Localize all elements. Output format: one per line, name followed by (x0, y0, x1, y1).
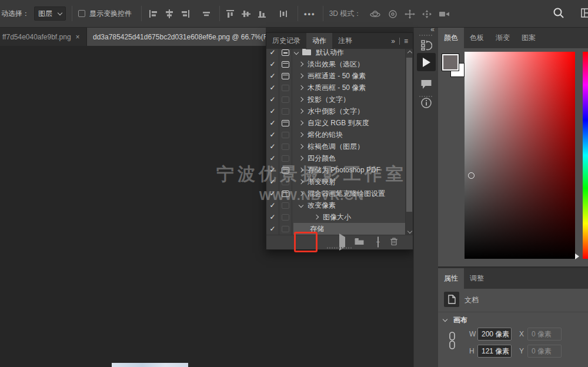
align-middle-icon[interactable] (242, 9, 251, 18)
expand-chevron-icon[interactable] (299, 156, 303, 161)
expand-chevron-icon[interactable] (299, 109, 303, 114)
align-left-icon[interactable] (149, 9, 158, 18)
tab-gradients[interactable]: 渐变 (490, 28, 516, 48)
expand-chevron-icon[interactable] (299, 62, 303, 66)
action-dialog-toggle[interactable] (279, 82, 292, 94)
action-enabled-toggle[interactable]: ✓ (266, 82, 279, 94)
3d-pan-icon[interactable] (405, 9, 415, 18)
action-dialog-toggle[interactable] (279, 105, 292, 117)
play-icon[interactable] (339, 237, 345, 248)
expand-chevron-icon[interactable] (299, 179, 303, 184)
align-bottom-icon[interactable] (258, 9, 267, 18)
tab-actions[interactable]: 动作 (306, 33, 332, 49)
tab-swatches[interactable]: 色板 (464, 28, 490, 48)
expand-chevron-icon[interactable] (299, 168, 303, 172)
3d-roll-icon[interactable] (387, 9, 398, 18)
action-enabled-toggle[interactable]: ✓ (266, 94, 279, 105)
hue-slider-arrow-icon[interactable] (575, 253, 579, 259)
actions-scrollbar[interactable] (405, 49, 413, 236)
info-panel-icon[interactable] (420, 97, 432, 111)
action-enabled-toggle[interactable]: ✓ (266, 211, 279, 223)
align-right-icon[interactable] (181, 9, 190, 18)
width-input[interactable]: 200 像素 (477, 328, 512, 341)
link-dimensions-icon[interactable] (448, 331, 456, 352)
scrollbar-thumb[interactable] (406, 58, 412, 212)
document-tab[interactable]: ff7d54e040afe9bf.png × (0, 28, 87, 46)
action-row[interactable]: ✓画框通道 - 50 像素 (266, 70, 406, 82)
3d-slide-icon[interactable] (422, 9, 432, 18)
align-top-icon[interactable] (226, 9, 235, 18)
action-dialog-toggle[interactable] (279, 199, 292, 211)
expand-chevron-icon[interactable] (314, 215, 319, 219)
hue-slider-bar[interactable] (583, 52, 588, 259)
collapse-chevron-icon[interactable] (294, 50, 299, 55)
action-row[interactable]: ✓四分颜色 (266, 152, 406, 164)
action-row[interactable]: ✓改变像素 (266, 199, 406, 211)
y-input[interactable]: 0 像素 (527, 345, 562, 358)
action-row[interactable]: ✓棕褐色调（图层） (266, 141, 406, 152)
action-enabled-toggle[interactable]: ✓ (266, 49, 279, 58)
action-enabled-toggle[interactable]: ✓ (266, 129, 279, 141)
3d-orbit-icon[interactable] (369, 9, 381, 18)
expand-chevron-icon[interactable] (299, 97, 303, 102)
collapse-panels-icon[interactable]: « (430, 25, 435, 34)
color-picker-ring[interactable] (468, 172, 475, 179)
color-saturation-brightness-field[interactable] (465, 52, 575, 259)
actions-panel-icon[interactable] (417, 53, 436, 71)
show-transform-checkbox[interactable] (78, 10, 85, 17)
action-row[interactable]: ✓渐变映射 (266, 176, 406, 188)
action-dialog-toggle[interactable] (279, 188, 292, 199)
more-options-icon[interactable]: ••• (304, 9, 316, 18)
action-dialog-toggle[interactable] (279, 152, 292, 164)
notes-panel-icon[interactable] (420, 79, 432, 92)
distribute-icon[interactable] (279, 9, 288, 18)
section-collapse-icon[interactable] (443, 317, 447, 322)
tab-history[interactable]: 历史记录 (266, 33, 306, 49)
workspace-icon[interactable] (581, 8, 588, 19)
action-dialog-toggle[interactable] (279, 211, 292, 223)
action-enabled-toggle[interactable]: ✓ (266, 164, 279, 176)
action-row[interactable]: ✓存储 (266, 223, 406, 235)
action-dialog-toggle[interactable] (279, 223, 292, 235)
tab-patterns[interactable]: 图案 (516, 28, 542, 48)
action-enabled-toggle[interactable]: ✓ (266, 58, 279, 70)
search-icon[interactable] (553, 7, 564, 21)
panel-overflow-icon[interactable]: » (391, 37, 395, 45)
new-action-icon[interactable] (377, 237, 379, 248)
action-dialog-toggle[interactable] (279, 70, 292, 82)
expand-chevron-icon[interactable] (299, 144, 303, 149)
align-bars-icon[interactable] (202, 9, 211, 18)
action-dialog-toggle[interactable] (279, 141, 292, 152)
delete-icon[interactable] (390, 237, 398, 248)
expand-chevron-icon[interactable] (299, 132, 303, 137)
action-dialog-toggle[interactable] (279, 94, 292, 105)
action-row[interactable]: ✓木质画框 - 50 像素 (266, 82, 406, 94)
action-row[interactable]: ✓自定义 RGB 到灰度 (266, 117, 406, 129)
action-enabled-toggle[interactable]: ✓ (266, 141, 279, 152)
action-row[interactable]: ✓图像大小 (266, 211, 406, 223)
action-dialog-toggle[interactable] (279, 117, 292, 129)
action-enabled-toggle[interactable]: ✓ (266, 176, 279, 188)
auto-select-dropdown[interactable]: 图层 (34, 6, 66, 21)
action-dialog-toggle[interactable] (279, 164, 292, 176)
document-tab-active[interactable]: dd3a785425d41d675bc2d031e608ef6e.png @ 6… (87, 28, 266, 46)
scroll-up-icon[interactable] (406, 49, 413, 57)
action-enabled-toggle[interactable]: ✓ (266, 152, 279, 164)
align-center-vertical-icon[interactable] (165, 9, 174, 18)
height-input[interactable]: 121 像素 (477, 345, 512, 358)
history-panel-icon[interactable] (420, 39, 432, 54)
3d-camera-icon[interactable] (439, 9, 450, 18)
action-row[interactable]: ✓熔化的铅块 (266, 129, 406, 141)
action-enabled-toggle[interactable]: ✓ (266, 188, 279, 199)
expand-chevron-icon[interactable] (299, 191, 303, 196)
action-row[interactable]: ✓混合器画笔克隆绘图设置 (266, 188, 406, 199)
action-row[interactable]: ✓水中倒影（文字） (266, 105, 406, 117)
action-enabled-toggle[interactable]: ✓ (266, 117, 279, 129)
action-row[interactable]: ✓存储为 Photoshop PDF (266, 164, 406, 176)
foreground-color-swatch[interactable] (442, 54, 459, 71)
collapse-chevron-icon[interactable] (299, 203, 303, 208)
panel-menu-icon[interactable]: ≡ (404, 37, 408, 45)
action-row[interactable]: ✓淡出效果（选区） (266, 58, 406, 70)
action-dialog-toggle[interactable] (279, 49, 292, 58)
action-row[interactable]: ✓默认动作 (266, 49, 406, 58)
